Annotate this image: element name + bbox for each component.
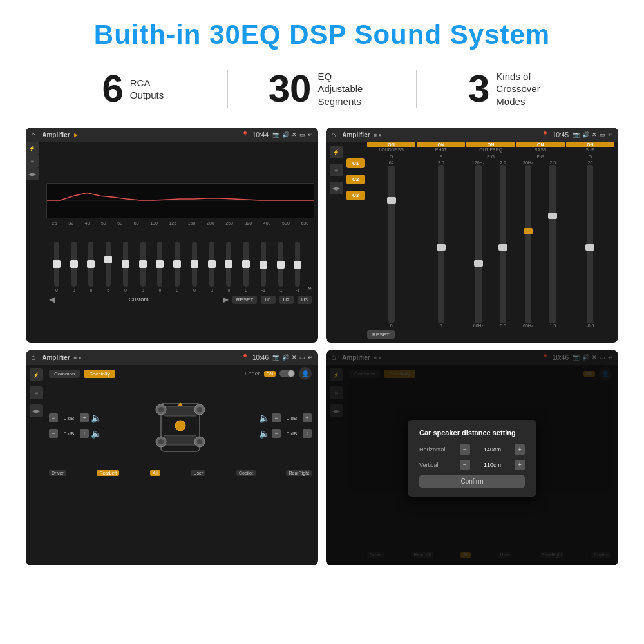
btn-driver[interactable]: Driver	[49, 470, 66, 476]
fader-filter-icon[interactable]: ⚡	[30, 368, 43, 381]
status-icons-2: 📷 🔊 ✕ ▭ ↩	[573, 131, 613, 138]
time-3: 10:46	[252, 354, 269, 361]
status-icons-3: 📷 🔊 ✕ ▭ ↩	[272, 354, 313, 361]
confirm-button[interactable]: Confirm	[419, 475, 525, 488]
screen-crossover: ⌂ Amplifier ■ ● 📍 10:45 📷 🔊 ✕ ▭ ↩ ⚡ ≋ ◀▶	[326, 128, 618, 343]
eq-prev-arrow[interactable]: ◀	[49, 295, 55, 304]
stat-crossover-number: 3	[468, 70, 489, 108]
fader-header: Common Specialty Fader ON 👤	[49, 367, 312, 380]
rr-minus-btn[interactable]: −	[272, 429, 281, 438]
home-icon-1[interactable]: ⌂	[31, 130, 35, 139]
btn-rearleft[interactable]: RearLeft	[97, 470, 119, 476]
svg-point-8	[197, 407, 202, 412]
eq-u3-btn[interactable]: U3	[298, 296, 312, 304]
app-name-2: Amplifier	[342, 131, 370, 138]
cross-reset-btn[interactable]: RESET	[367, 330, 395, 339]
loudness-on-badge[interactable]: ON	[367, 142, 415, 147]
cross-track-bass2[interactable]	[549, 165, 556, 323]
btn-user[interactable]: User	[191, 470, 205, 476]
cross-u2-btn[interactable]: U2	[346, 175, 365, 184]
eq-wave-icon[interactable]: ≋	[26, 155, 39, 167]
vertical-value: 110cm	[475, 462, 509, 468]
stat-crossover-label: Kinds of Crossover Modes	[496, 70, 554, 108]
eq-reset-btn[interactable]: RESET	[232, 296, 258, 304]
user-profile-icon[interactable]: 👤	[299, 367, 312, 380]
vertical-label: Vertical	[419, 462, 455, 468]
eq-slider-1: 0	[66, 242, 82, 292]
fr-minus-btn[interactable]: −	[272, 413, 281, 422]
speaker-rl-icon: 🔈	[91, 428, 102, 439]
cross-track-sub[interactable]	[587, 165, 593, 323]
home-icon-2[interactable]: ⌂	[331, 130, 336, 139]
speaker-right: 🔈 − 0 dB + 🔈 − 0 dB +	[259, 384, 312, 468]
eq-slider-5: 0	[135, 242, 151, 292]
cross-track-bass1[interactable]	[525, 165, 531, 323]
fader-vol-icon[interactable]: ◀▶	[30, 404, 43, 417]
time-2: 10:45	[553, 131, 569, 138]
stat-rca-label: RCA Outputs	[130, 77, 164, 102]
cross-header-cutfreq: ON CUT FREQ	[466, 142, 515, 152]
cross-track-cutfreq1[interactable]	[475, 165, 482, 323]
vertical-plus-btn[interactable]: +	[515, 460, 525, 470]
home-icon-3[interactable]: ⌂	[31, 353, 35, 362]
horizontal-minus-btn[interactable]: −	[460, 444, 470, 455]
eq-u2-btn[interactable]: U2	[279, 296, 294, 304]
fl-plus-btn[interactable]: +	[80, 413, 89, 422]
cross-track-cutfreq2[interactable]	[500, 165, 506, 323]
rl-minus-btn[interactable]: −	[49, 429, 58, 438]
eq-bottom-bar: ◀ Custom ▶ RESET U1 U2 U3	[46, 295, 314, 304]
car-diagram-area	[107, 384, 254, 468]
cross-headers: ON LOUDNESS ON PHAT ON CUT FREQ ON	[367, 142, 614, 152]
btn-copilot[interactable]: Copilot	[236, 470, 256, 476]
eq-slider-6: 0	[153, 242, 168, 292]
app-name-1: Amplifier	[42, 131, 70, 138]
fl-minus-btn[interactable]: −	[49, 413, 58, 422]
cross-sliders: 64 0 3.0	[367, 160, 614, 328]
pin-icon-3: 📍	[242, 354, 249, 361]
eq-slider-3: 5	[100, 242, 116, 292]
fader-label: Fader	[245, 370, 260, 377]
horizontal-label: Horizontal	[419, 446, 455, 453]
cross-u1-btn[interactable]: U1	[346, 158, 365, 168]
cross-header-sub: ON SUB	[566, 142, 614, 152]
stat-eq: 30 EQ Adjustable Segments	[228, 70, 417, 108]
rr-plus-btn[interactable]: +	[303, 429, 312, 438]
fader-wave-icon[interactable]: ≋	[30, 386, 43, 399]
cross-header-phat: ON PHAT	[417, 142, 465, 152]
eq-u1-btn[interactable]: U1	[261, 296, 275, 304]
eq-slider-13: -1	[273, 242, 289, 292]
status-icons-1: 📷 🔊 ✕ ▭ ↩	[272, 131, 313, 138]
fr-plus-btn[interactable]: +	[303, 413, 312, 422]
cross-vol-icon[interactable]: ◀▶	[330, 182, 343, 194]
btn-all[interactable]: All	[150, 470, 160, 476]
fader-toggle[interactable]	[279, 370, 295, 377]
cross-track-loudness[interactable]	[388, 166, 395, 323]
dialog-overlay: Car speaker distance setting Horizontal …	[326, 350, 618, 565]
speaker-rr-row: 🔈 − 0 dB +	[259, 428, 312, 439]
cross-wave-icon[interactable]: ≋	[330, 164, 343, 176]
car-diagram-svg	[151, 390, 209, 461]
eq-more-btn[interactable]: »	[307, 283, 312, 292]
cross-track-phat[interactable]	[438, 165, 444, 323]
svg-rect-3	[164, 406, 196, 416]
eq-filter-icon[interactable]: ⚡	[26, 142, 39, 155]
cross-u3-btn[interactable]: U3	[346, 191, 365, 200]
eq-graph-svg	[47, 184, 314, 218]
rl-db-value: 0 dB	[60, 431, 78, 437]
rl-plus-btn[interactable]: +	[80, 429, 89, 438]
horizontal-plus-btn[interactable]: +	[515, 444, 525, 455]
cross-filter-icon[interactable]: ⚡	[330, 146, 343, 158]
fader-on-badge[interactable]: ON	[264, 371, 276, 377]
tab-common-3[interactable]: Common	[49, 370, 80, 378]
svg-point-10	[158, 439, 164, 444]
tab-specialty-3[interactable]: Specialty	[84, 370, 115, 378]
vertical-minus-btn[interactable]: −	[460, 460, 470, 470]
eq-vol-icon[interactable]: ◀▶	[26, 167, 39, 180]
speaker-rr-icon: 🔈	[259, 428, 270, 439]
cross-sub-labels: G F F G F G G	[367, 155, 614, 159]
eq-next-arrow[interactable]: ▶	[223, 295, 229, 304]
stat-rca: 6 RCA Outputs	[39, 70, 227, 108]
eq-track-0[interactable]	[54, 242, 59, 287]
stat-eq-number: 30	[269, 70, 312, 108]
btn-rearright[interactable]: RearRight	[286, 470, 312, 476]
